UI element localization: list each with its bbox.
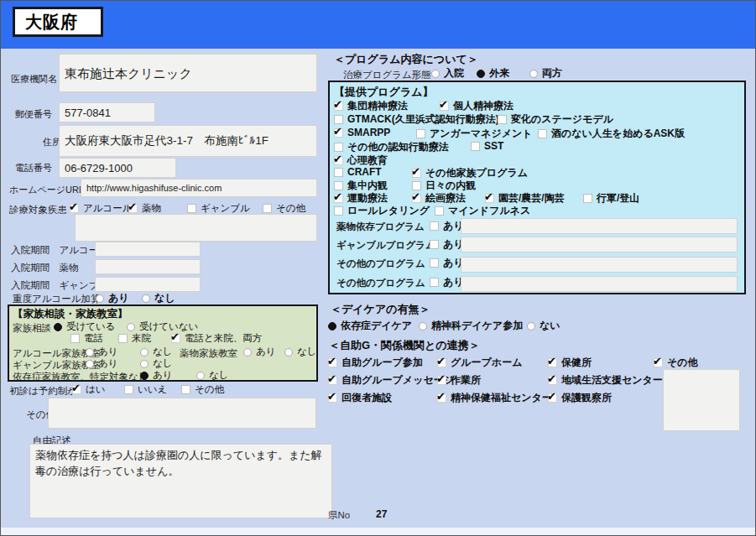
treatment-form-radio-inpatient[interactable]: 入院 [431,66,464,81]
program-checkbox-role-lettering[interactable]: ロールレタリング [334,204,430,218]
radio-label: 受けていない [139,320,198,333]
coop-checkbox-workshop[interactable]: 作業所 [437,373,481,388]
treatment-form-radio-both[interactable]: 両方 [529,66,562,81]
hospitalization-alcohol-input[interactable] [95,242,201,257]
radio-label: なし [209,369,229,382]
checkbox-label: 電話 [84,332,103,345]
coop-other-textarea[interactable] [663,369,740,431]
severe-alcohol-radio-no[interactable]: なし [142,291,175,305]
hospitalization-drug-input[interactable] [95,259,201,274]
program-checkbox-individual-psychotherapy[interactable]: 個人精神療法 [440,99,514,113]
treatment-form-radio-outpatient[interactable]: 外来 [477,66,509,81]
disease-checkbox-gamble[interactable]: ギャンブル [187,202,250,215]
checkbox-icon [334,115,343,124]
daycare-radio-none[interactable]: ない [527,319,560,333]
other-program-2-checkbox-ari[interactable]: あり [430,275,464,289]
family-method-checkbox-visit[interactable]: 来院 [118,332,151,345]
program-checkbox-group-psychotherapy[interactable]: 集団精神療法 [334,99,408,113]
checkbox-icon [412,169,421,178]
daycare-radio-addiction[interactable]: 依存症デイケア [328,319,412,333]
checkbox-label: 精神保健福祉センター [451,391,552,405]
checkbox-icon [118,334,128,343]
postal-input[interactable] [59,102,155,122]
severe-alcohol-radio-yes[interactable]: あり [96,291,129,305]
family-method-checkbox-phone[interactable]: 電話 [70,332,103,345]
program-checkbox-gtmack[interactable]: GTMACK(久里浜式認知行動療法) [334,112,499,127]
first-visit-checkbox-other[interactable]: その他 [181,383,224,396]
checkbox-label: はい [86,383,106,396]
other-program-1-checkbox-ari[interactable]: あり [430,256,464,270]
coop-checkbox-probation-office[interactable]: 保護観察所 [548,391,612,405]
coop-checkbox-self-help-message[interactable]: 自助グループメッセージ [328,373,454,388]
phone-input[interactable] [59,158,176,178]
disease-checkbox-alcohol[interactable]: アルコール [70,202,133,215]
family-consult-radio-receiving[interactable]: 受けている [54,320,116,333]
address-input[interactable] [59,125,317,157]
coop-checkbox-self-help-group[interactable]: 自助グループ参加 [328,356,423,370]
radio-icon [431,70,440,78]
family-drug-radio-no[interactable]: なし [284,346,317,358]
program-checkbox-hiking[interactable]: 行軍/登山 [583,191,639,206]
checkbox-label: 保護観察所 [561,391,612,405]
family-drug-radio-yes[interactable]: あり [243,346,276,358]
daycare-radio-psychiatric[interactable]: 精神科デイケア参加 [419,319,523,333]
program-checkbox-sst[interactable]: SST [471,140,503,152]
free-text-textarea[interactable]: 薬物依存症を持つ人は診療圏の人に限っています。また解毒の治療は行っていません。 [29,444,332,518]
coop-checkbox-other[interactable]: その他 [654,356,698,370]
radio-label: 外来 [489,66,509,81]
checkbox-label: その他 [195,383,224,396]
checkbox-label: 作業所 [451,373,481,388]
bottom-strip [1,528,756,536]
coop-checkbox-health-center[interactable]: 保健所 [548,356,592,370]
family-method-checkbox-both[interactable]: 電話と来院、両方 [171,332,262,345]
other-program-2-input[interactable] [461,276,738,292]
gamble-program-checkbox-ari[interactable]: あり [430,237,464,252]
checkbox-label: SST [484,140,503,152]
drug-program-checkbox-ari[interactable]: あり [430,219,464,233]
disease-checkbox-other[interactable]: その他 [263,202,305,215]
other-program-2-label: その他のプログラム [336,277,425,289]
program-checkbox-other-cbt[interactable]: その他の認知行動療法 [334,140,449,154]
checkbox-label: その他の認知行動療法 [347,140,449,154]
other-field-textarea[interactable] [48,398,316,429]
coop-checkbox-community-support-center[interactable]: 地域生活支援センター [548,373,663,388]
family-alcohol-radio-no[interactable]: なし [140,346,173,358]
radio-label: あり [98,346,118,358]
checkbox-label: CRAFT [347,166,382,178]
program-checkbox-anger-management[interactable]: アンガーマネジメント [416,127,533,141]
radio-label: 精神科デイケア参加 [431,319,523,333]
first-visit-checkbox-no[interactable]: いいえ [124,383,167,396]
family-gamble-radio-no[interactable]: なし [140,357,173,370]
program-checkbox-mindfulness[interactable]: マインドフルネス [435,204,530,218]
family-consult-radio-not-receiving[interactable]: 受けていない [127,320,198,333]
homepage-url-input[interactable] [81,179,317,197]
checkbox-icon [70,334,80,343]
program-checkbox-stage-model[interactable]: 変化のステージモデル [498,112,613,127]
other-program-1-input[interactable] [461,257,738,273]
radio-icon [140,348,149,356]
hospitalization-gamble-input[interactable] [95,277,201,292]
family-general-radio-no[interactable]: なし [196,369,229,382]
family-alcohol-radio-yes[interactable]: あり [86,346,118,358]
program-checkbox-smarpp[interactable]: SMARPP [334,127,390,138]
checkbox-label: アルコール [83,202,133,215]
disease-checkbox-drug[interactable]: 薬物 [128,202,161,215]
radio-label: ない [540,319,560,333]
clinic-name-input[interactable] [59,54,317,92]
hospitalization-gamble-label: 入院期間 ギャンブル [11,279,108,292]
phone-label: 電話番号 [15,162,52,174]
drug-program-input[interactable] [461,218,738,234]
coop-checkbox-mental-health-welfare-center[interactable]: 精神保健福祉センター [437,391,552,405]
gamble-program-input[interactable] [461,237,738,252]
coop-checkbox-recovery-facility[interactable]: 回復者施設 [328,391,392,405]
first-visit-checkbox-yes[interactable]: はい [72,383,106,396]
family-general-radio-yes[interactable]: あり [140,369,173,382]
program-checkbox-craft[interactable]: CRAFT [334,166,382,178]
checkbox-label: 集団精神療法 [347,99,408,113]
checkbox-label: ギャンブル [201,202,250,215]
program-checkbox-ask-version[interactable]: 酒のない人生を始めるASK版 [538,127,685,141]
disease-note-textarea[interactable] [75,214,317,242]
checkbox-icon [430,240,439,249]
family-gamble-radio-yes[interactable]: あり [86,357,118,370]
coop-checkbox-group-home[interactable]: グループホーム [437,356,522,370]
